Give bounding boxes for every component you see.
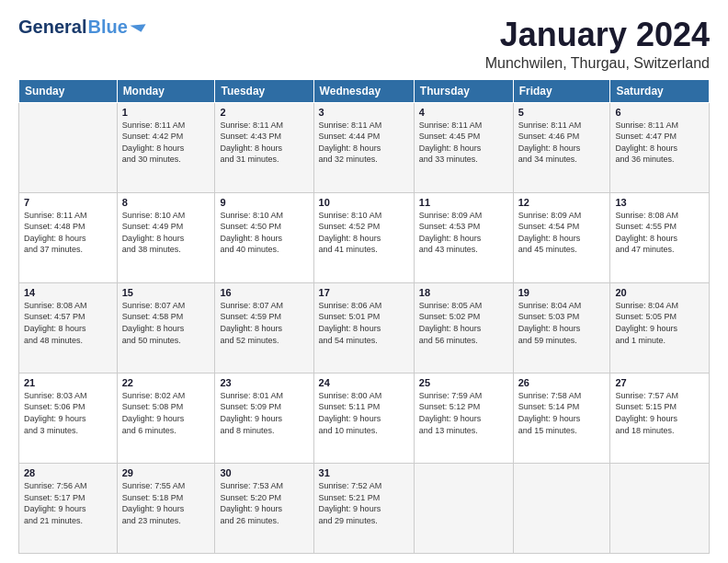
header-tuesday: Tuesday	[215, 79, 313, 102]
day-number: 6	[615, 107, 704, 118]
header-monday: Monday	[117, 79, 215, 102]
day-number: 10	[319, 197, 409, 208]
header-friday: Friday	[513, 79, 610, 102]
calendar-cell: 10Sunrise: 8:10 AM Sunset: 4:52 PM Dayli…	[313, 192, 414, 282]
calendar-cell: 1Sunrise: 8:11 AM Sunset: 4:42 PM Daylig…	[117, 102, 215, 192]
day-number: 22	[122, 377, 210, 388]
day-info: Sunrise: 8:10 AM Sunset: 4:50 PM Dayligh…	[220, 210, 308, 256]
week-row-5: 28Sunrise: 7:56 AM Sunset: 5:17 PM Dayli…	[19, 463, 710, 553]
day-info: Sunrise: 8:08 AM Sunset: 4:57 PM Dayligh…	[24, 300, 112, 346]
calendar-cell: 27Sunrise: 7:57 AM Sunset: 5:15 PM Dayli…	[610, 373, 710, 463]
day-info: Sunrise: 7:55 AM Sunset: 5:18 PM Dayligh…	[122, 480, 210, 526]
day-number: 3	[319, 107, 409, 118]
calendar-cell: 22Sunrise: 8:02 AM Sunset: 5:08 PM Dayli…	[117, 373, 215, 463]
day-info: Sunrise: 8:10 AM Sunset: 4:49 PM Dayligh…	[122, 210, 210, 256]
day-number: 1	[122, 107, 210, 118]
calendar-cell: 7Sunrise: 8:11 AM Sunset: 4:48 PM Daylig…	[19, 192, 118, 282]
day-number: 11	[419, 197, 508, 208]
day-number: 27	[615, 377, 704, 388]
day-number: 2	[220, 107, 308, 118]
day-info: Sunrise: 8:01 AM Sunset: 5:09 PM Dayligh…	[220, 390, 308, 436]
calendar-cell: 30Sunrise: 7:53 AM Sunset: 5:20 PM Dayli…	[215, 463, 313, 553]
day-number: 14	[24, 287, 112, 298]
calendar-cell: 5Sunrise: 8:11 AM Sunset: 4:46 PM Daylig…	[513, 102, 610, 192]
calendar-cell	[19, 102, 118, 192]
day-number: 18	[419, 287, 508, 298]
day-info: Sunrise: 7:53 AM Sunset: 5:20 PM Dayligh…	[220, 480, 308, 526]
day-number: 20	[615, 287, 704, 298]
calendar-table: SundayMondayTuesdayWednesdayThursdayFrid…	[18, 79, 710, 554]
day-info: Sunrise: 8:09 AM Sunset: 4:53 PM Dayligh…	[419, 210, 508, 256]
day-number: 23	[220, 377, 308, 388]
header-saturday: Saturday	[610, 79, 710, 102]
calendar-cell	[610, 463, 710, 553]
title-block: January 2024 Munchwilen, Thurgau, Switze…	[485, 17, 710, 72]
day-info: Sunrise: 8:10 AM Sunset: 4:52 PM Dayligh…	[319, 210, 409, 256]
day-info: Sunrise: 7:56 AM Sunset: 5:17 PM Dayligh…	[24, 480, 112, 526]
day-info: Sunrise: 8:03 AM Sunset: 5:06 PM Dayligh…	[24, 390, 112, 436]
day-info: Sunrise: 8:11 AM Sunset: 4:48 PM Dayligh…	[24, 210, 112, 256]
header-sunday: Sunday	[19, 79, 118, 102]
calendar-cell: 31Sunrise: 7:52 AM Sunset: 5:21 PM Dayli…	[313, 463, 414, 553]
day-number: 26	[518, 377, 606, 388]
week-row-2: 7Sunrise: 8:11 AM Sunset: 4:48 PM Daylig…	[19, 192, 710, 282]
day-number: 4	[419, 107, 508, 118]
day-info: Sunrise: 7:57 AM Sunset: 5:15 PM Dayligh…	[615, 390, 704, 436]
header-thursday: Thursday	[414, 79, 513, 102]
calendar-subtitle: Munchwilen, Thurgau, Switzerland	[485, 55, 710, 72]
calendar-cell: 16Sunrise: 8:07 AM Sunset: 4:59 PM Dayli…	[215, 282, 313, 373]
day-info: Sunrise: 8:11 AM Sunset: 4:47 PM Dayligh…	[615, 120, 704, 166]
calendar-cell: 13Sunrise: 8:08 AM Sunset: 4:55 PM Dayli…	[610, 192, 710, 282]
day-number: 17	[319, 287, 409, 298]
calendar-cell: 19Sunrise: 8:04 AM Sunset: 5:03 PM Dayli…	[513, 282, 610, 373]
logo: General Blue	[18, 17, 144, 38]
day-number: 31	[319, 467, 409, 478]
logo-general: General	[18, 17, 86, 38]
day-info: Sunrise: 8:11 AM Sunset: 4:45 PM Dayligh…	[419, 120, 508, 166]
day-number: 9	[220, 197, 308, 208]
day-number: 28	[24, 467, 112, 478]
day-number: 30	[220, 467, 308, 478]
calendar-cell: 9Sunrise: 8:10 AM Sunset: 4:50 PM Daylig…	[215, 192, 313, 282]
day-number: 19	[518, 287, 606, 298]
calendar-cell: 12Sunrise: 8:09 AM Sunset: 4:54 PM Dayli…	[513, 192, 610, 282]
day-number: 24	[319, 377, 409, 388]
day-number: 12	[518, 197, 606, 208]
day-info: Sunrise: 8:09 AM Sunset: 4:54 PM Dayligh…	[518, 210, 606, 256]
day-info: Sunrise: 7:59 AM Sunset: 5:12 PM Dayligh…	[419, 390, 508, 436]
day-info: Sunrise: 8:04 AM Sunset: 5:05 PM Dayligh…	[615, 300, 704, 346]
calendar-title: January 2024	[485, 17, 710, 53]
day-number: 8	[122, 197, 210, 208]
day-info: Sunrise: 8:06 AM Sunset: 5:01 PM Dayligh…	[319, 300, 409, 346]
calendar-cell: 11Sunrise: 8:09 AM Sunset: 4:53 PM Dayli…	[414, 192, 513, 282]
calendar-cell: 23Sunrise: 8:01 AM Sunset: 5:09 PM Dayli…	[215, 373, 313, 463]
header-wednesday: Wednesday	[313, 79, 414, 102]
calendar-cell: 8Sunrise: 8:10 AM Sunset: 4:49 PM Daylig…	[117, 192, 215, 282]
day-number: 7	[24, 197, 112, 208]
day-number: 13	[615, 197, 704, 208]
calendar-cell: 4Sunrise: 8:11 AM Sunset: 4:45 PM Daylig…	[414, 102, 513, 192]
page: General Blue January 2024 Munchwilen, Th…	[0, 0, 728, 563]
calendar-cell: 3Sunrise: 8:11 AM Sunset: 4:44 PM Daylig…	[313, 102, 414, 192]
week-row-3: 14Sunrise: 8:08 AM Sunset: 4:57 PM Dayli…	[19, 282, 710, 373]
day-info: Sunrise: 8:05 AM Sunset: 5:02 PM Dayligh…	[419, 300, 508, 346]
calendar-cell	[414, 463, 513, 553]
calendar-cell: 15Sunrise: 8:07 AM Sunset: 4:58 PM Dayli…	[117, 282, 215, 373]
calendar-cell: 28Sunrise: 7:56 AM Sunset: 5:17 PM Dayli…	[19, 463, 118, 553]
calendar-cell: 26Sunrise: 7:58 AM Sunset: 5:14 PM Dayli…	[513, 373, 610, 463]
day-info: Sunrise: 8:11 AM Sunset: 4:43 PM Dayligh…	[220, 120, 308, 166]
day-info: Sunrise: 8:07 AM Sunset: 4:58 PM Dayligh…	[122, 300, 210, 346]
calendar-cell: 18Sunrise: 8:05 AM Sunset: 5:02 PM Dayli…	[414, 282, 513, 373]
calendar-cell: 29Sunrise: 7:55 AM Sunset: 5:18 PM Dayli…	[117, 463, 215, 553]
calendar-cell: 14Sunrise: 8:08 AM Sunset: 4:57 PM Dayli…	[19, 282, 118, 373]
calendar-cell: 20Sunrise: 8:04 AM Sunset: 5:05 PM Dayli…	[610, 282, 710, 373]
day-info: Sunrise: 8:00 AM Sunset: 5:11 PM Dayligh…	[319, 390, 409, 436]
calendar-cell: 24Sunrise: 8:00 AM Sunset: 5:11 PM Dayli…	[313, 373, 414, 463]
day-info: Sunrise: 8:11 AM Sunset: 4:42 PM Dayligh…	[122, 120, 210, 166]
day-info: Sunrise: 7:52 AM Sunset: 5:21 PM Dayligh…	[319, 480, 409, 526]
day-number: 29	[122, 467, 210, 478]
day-info: Sunrise: 8:08 AM Sunset: 4:55 PM Dayligh…	[615, 210, 704, 256]
week-row-1: 1Sunrise: 8:11 AM Sunset: 4:42 PM Daylig…	[19, 102, 710, 192]
day-number: 25	[419, 377, 508, 388]
calendar-cell: 25Sunrise: 7:59 AM Sunset: 5:12 PM Dayli…	[414, 373, 513, 463]
